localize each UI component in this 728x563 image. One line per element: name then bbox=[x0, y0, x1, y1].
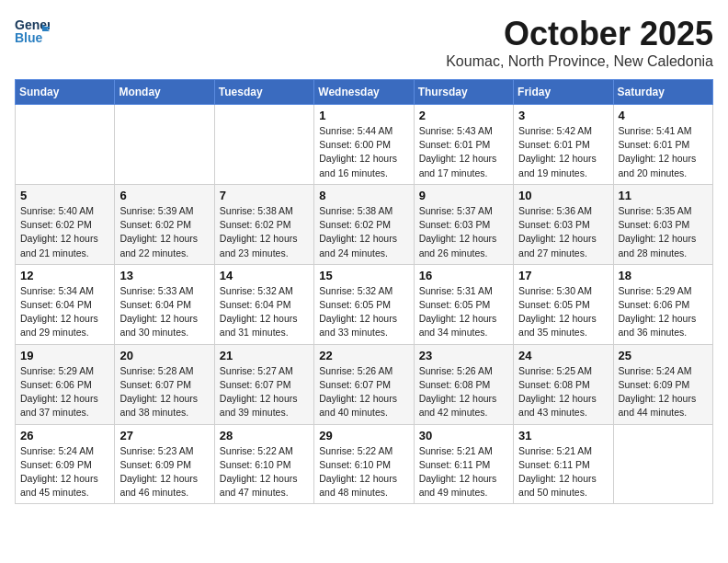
day-info: Sunrise: 5:32 AM Sunset: 6:04 PM Dayligh… bbox=[220, 284, 309, 340]
logo: General Blue bbox=[15, 15, 50, 48]
svg-text:Blue: Blue bbox=[15, 30, 43, 45]
calendar-cell: 15Sunrise: 5:32 AM Sunset: 6:05 PM Dayli… bbox=[314, 264, 414, 344]
calendar-week-row: 5Sunrise: 5:40 AM Sunset: 6:02 PM Daylig… bbox=[16, 184, 713, 264]
calendar-week-row: 12Sunrise: 5:34 AM Sunset: 6:04 PM Dayli… bbox=[16, 264, 713, 344]
calendar-cell: 7Sunrise: 5:38 AM Sunset: 6:02 PM Daylig… bbox=[214, 184, 313, 264]
calendar-cell: 11Sunrise: 5:35 AM Sunset: 6:03 PM Dayli… bbox=[613, 184, 712, 264]
day-info: Sunrise: 5:30 AM Sunset: 6:05 PM Dayligh… bbox=[518, 284, 608, 340]
day-number: 14 bbox=[220, 269, 309, 282]
day-number: 1 bbox=[319, 109, 408, 122]
day-info: Sunrise: 5:21 AM Sunset: 6:11 PM Dayligh… bbox=[419, 444, 508, 500]
day-number: 5 bbox=[20, 189, 109, 202]
day-info: Sunrise: 5:27 AM Sunset: 6:07 PM Dayligh… bbox=[220, 364, 309, 420]
day-number: 2 bbox=[419, 109, 508, 122]
day-number: 29 bbox=[319, 429, 408, 442]
day-number: 20 bbox=[119, 349, 209, 362]
title-section: October 2025 Koumac, North Province, New… bbox=[446, 15, 713, 70]
day-number: 24 bbox=[518, 349, 608, 362]
day-info: Sunrise: 5:38 AM Sunset: 6:02 PM Dayligh… bbox=[220, 204, 309, 260]
day-info: Sunrise: 5:23 AM Sunset: 6:09 PM Dayligh… bbox=[119, 444, 209, 500]
day-info: Sunrise: 5:31 AM Sunset: 6:05 PM Dayligh… bbox=[419, 284, 508, 340]
calendar-body: 1Sunrise: 5:44 AM Sunset: 6:00 PM Daylig… bbox=[16, 105, 713, 504]
day-number: 16 bbox=[419, 269, 508, 282]
day-info: Sunrise: 5:36 AM Sunset: 6:03 PM Dayligh… bbox=[518, 204, 608, 260]
day-info: Sunrise: 5:24 AM Sunset: 6:09 PM Dayligh… bbox=[20, 444, 109, 500]
day-info: Sunrise: 5:39 AM Sunset: 6:02 PM Dayligh… bbox=[119, 204, 209, 260]
calendar-cell: 20Sunrise: 5:28 AM Sunset: 6:07 PM Dayli… bbox=[115, 344, 214, 424]
calendar-cell bbox=[16, 105, 115, 185]
day-info: Sunrise: 5:26 AM Sunset: 6:08 PM Dayligh… bbox=[419, 364, 508, 420]
calendar-cell: 6Sunrise: 5:39 AM Sunset: 6:02 PM Daylig… bbox=[115, 184, 214, 264]
day-info: Sunrise: 5:32 AM Sunset: 6:05 PM Dayligh… bbox=[319, 284, 408, 340]
day-number: 19 bbox=[20, 349, 109, 362]
day-info: Sunrise: 5:25 AM Sunset: 6:08 PM Dayligh… bbox=[518, 364, 608, 420]
day-number: 13 bbox=[119, 269, 209, 282]
calendar-cell: 1Sunrise: 5:44 AM Sunset: 6:00 PM Daylig… bbox=[314, 105, 414, 185]
day-number: 12 bbox=[20, 269, 109, 282]
day-number: 15 bbox=[319, 269, 408, 282]
day-number: 7 bbox=[220, 189, 309, 202]
calendar-cell: 22Sunrise: 5:26 AM Sunset: 6:07 PM Dayli… bbox=[314, 344, 414, 424]
calendar-cell: 28Sunrise: 5:22 AM Sunset: 6:10 PM Dayli… bbox=[214, 424, 313, 504]
weekday-header: Friday bbox=[514, 80, 613, 105]
weekday-header: Tuesday bbox=[214, 80, 313, 105]
calendar-cell: 3Sunrise: 5:42 AM Sunset: 6:01 PM Daylig… bbox=[514, 105, 613, 185]
day-number: 23 bbox=[419, 349, 508, 362]
day-info: Sunrise: 5:40 AM Sunset: 6:02 PM Dayligh… bbox=[20, 204, 109, 260]
calendar-cell: 31Sunrise: 5:21 AM Sunset: 6:11 PM Dayli… bbox=[514, 424, 613, 504]
calendar-cell: 19Sunrise: 5:29 AM Sunset: 6:06 PM Dayli… bbox=[16, 344, 115, 424]
day-number: 18 bbox=[619, 269, 708, 282]
calendar-cell bbox=[115, 105, 214, 185]
day-info: Sunrise: 5:43 AM Sunset: 6:01 PM Dayligh… bbox=[419, 124, 508, 180]
calendar-cell: 18Sunrise: 5:29 AM Sunset: 6:06 PM Dayli… bbox=[613, 264, 712, 344]
day-number: 22 bbox=[319, 349, 408, 362]
weekday-header: Monday bbox=[115, 80, 214, 105]
day-info: Sunrise: 5:21 AM Sunset: 6:11 PM Dayligh… bbox=[518, 444, 608, 500]
day-number: 8 bbox=[319, 189, 408, 202]
day-info: Sunrise: 5:34 AM Sunset: 6:04 PM Dayligh… bbox=[20, 284, 109, 340]
day-info: Sunrise: 5:29 AM Sunset: 6:06 PM Dayligh… bbox=[619, 284, 708, 340]
calendar-cell: 12Sunrise: 5:34 AM Sunset: 6:04 PM Dayli… bbox=[16, 264, 115, 344]
calendar-cell: 8Sunrise: 5:38 AM Sunset: 6:02 PM Daylig… bbox=[314, 184, 414, 264]
day-number: 31 bbox=[518, 429, 608, 442]
calendar-cell: 14Sunrise: 5:32 AM Sunset: 6:04 PM Dayli… bbox=[214, 264, 313, 344]
calendar-cell: 9Sunrise: 5:37 AM Sunset: 6:03 PM Daylig… bbox=[414, 184, 513, 264]
day-info: Sunrise: 5:24 AM Sunset: 6:09 PM Dayligh… bbox=[619, 364, 708, 420]
day-number: 26 bbox=[20, 429, 109, 442]
day-info: Sunrise: 5:33 AM Sunset: 6:04 PM Dayligh… bbox=[119, 284, 209, 340]
day-number: 11 bbox=[619, 189, 708, 202]
calendar-cell bbox=[613, 424, 712, 504]
calendar-cell: 17Sunrise: 5:30 AM Sunset: 6:05 PM Dayli… bbox=[514, 264, 613, 344]
calendar-cell bbox=[214, 105, 313, 185]
calendar-week-row: 26Sunrise: 5:24 AM Sunset: 6:09 PM Dayli… bbox=[16, 424, 713, 504]
day-number: 25 bbox=[619, 349, 708, 362]
calendar-week-row: 19Sunrise: 5:29 AM Sunset: 6:06 PM Dayli… bbox=[16, 344, 713, 424]
day-number: 4 bbox=[619, 109, 708, 122]
calendar-cell: 21Sunrise: 5:27 AM Sunset: 6:07 PM Dayli… bbox=[214, 344, 313, 424]
calendar-cell: 4Sunrise: 5:41 AM Sunset: 6:01 PM Daylig… bbox=[613, 105, 712, 185]
day-number: 21 bbox=[220, 349, 309, 362]
day-number: 9 bbox=[419, 189, 508, 202]
location: Koumac, North Province, New Caledonia bbox=[446, 53, 713, 70]
day-info: Sunrise: 5:28 AM Sunset: 6:07 PM Dayligh… bbox=[119, 364, 209, 420]
weekday-header: Thursday bbox=[414, 80, 513, 105]
day-number: 3 bbox=[518, 109, 608, 122]
day-info: Sunrise: 5:22 AM Sunset: 6:10 PM Dayligh… bbox=[319, 444, 408, 500]
calendar-cell: 10Sunrise: 5:36 AM Sunset: 6:03 PM Dayli… bbox=[514, 184, 613, 264]
day-info: Sunrise: 5:38 AM Sunset: 6:02 PM Dayligh… bbox=[319, 204, 408, 260]
month-title: October 2025 bbox=[446, 15, 713, 53]
calendar-cell: 13Sunrise: 5:33 AM Sunset: 6:04 PM Dayli… bbox=[115, 264, 214, 344]
weekday-header: Sunday bbox=[16, 80, 115, 105]
day-info: Sunrise: 5:37 AM Sunset: 6:03 PM Dayligh… bbox=[419, 204, 508, 260]
calendar-cell: 29Sunrise: 5:22 AM Sunset: 6:10 PM Dayli… bbox=[314, 424, 414, 504]
calendar-cell: 25Sunrise: 5:24 AM Sunset: 6:09 PM Dayli… bbox=[613, 344, 712, 424]
calendar-cell: 23Sunrise: 5:26 AM Sunset: 6:08 PM Dayli… bbox=[414, 344, 513, 424]
day-number: 30 bbox=[419, 429, 508, 442]
calendar-week-row: 1Sunrise: 5:44 AM Sunset: 6:00 PM Daylig… bbox=[16, 105, 713, 185]
logo-icon: General Blue bbox=[15, 15, 50, 48]
day-info: Sunrise: 5:41 AM Sunset: 6:01 PM Dayligh… bbox=[619, 124, 708, 180]
day-number: 10 bbox=[518, 189, 608, 202]
day-info: Sunrise: 5:35 AM Sunset: 6:03 PM Dayligh… bbox=[619, 204, 708, 260]
calendar-cell: 26Sunrise: 5:24 AM Sunset: 6:09 PM Dayli… bbox=[16, 424, 115, 504]
day-info: Sunrise: 5:22 AM Sunset: 6:10 PM Dayligh… bbox=[220, 444, 309, 500]
